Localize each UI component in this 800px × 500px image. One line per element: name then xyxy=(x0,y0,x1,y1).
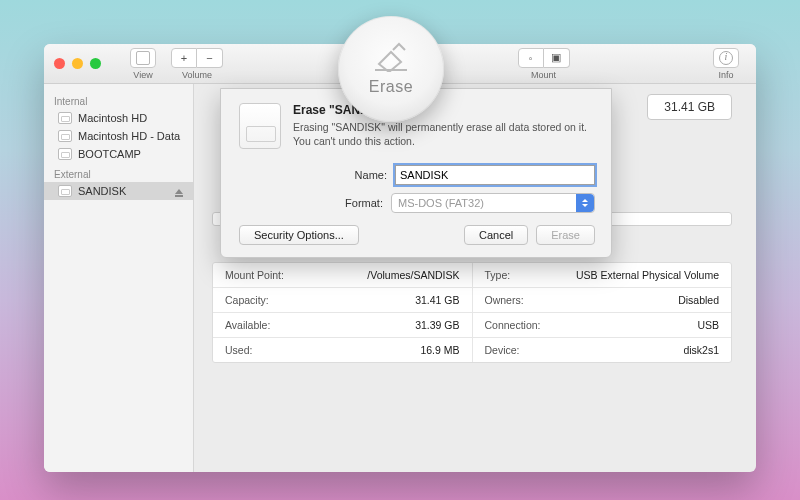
eject-icon[interactable] xyxy=(175,189,183,194)
toolbar-info-label: Info xyxy=(718,70,733,80)
sidebar-item-label: BOOTCAMP xyxy=(78,148,141,160)
info-key: Capacity: xyxy=(225,294,269,306)
table-row: Mount Point:/Volumes/SANDISK Type:USB Ex… xyxy=(213,263,731,288)
format-select-value: MS-DOS (FAT32) xyxy=(398,197,484,209)
table-row: Capacity:31.41 GB Owners:Disabled xyxy=(213,288,731,313)
sheet-description: Erasing "SANDISK" will permanently erase… xyxy=(293,120,595,148)
minimize-window-button[interactable] xyxy=(72,58,83,69)
disk-icon xyxy=(58,130,72,142)
info-table: Mount Point:/Volumes/SANDISK Type:USB Ex… xyxy=(212,262,732,363)
sidebar-item-sandisk[interactable]: SANDISK xyxy=(44,182,193,200)
format-label: Format: xyxy=(327,197,383,209)
cancel-button[interactable]: Cancel xyxy=(464,225,528,245)
sidebar-item-macintosh-hd-data[interactable]: Macintosh HD - Data xyxy=(44,127,193,145)
sidebar-item-label: SANDISK xyxy=(78,185,126,197)
sheet-title: Erase "SANDISK"? xyxy=(293,103,595,117)
volume-remove-button[interactable]: − xyxy=(197,48,223,68)
disk-icon xyxy=(58,112,72,124)
erase-bubble-label: Erase xyxy=(369,78,413,96)
info-value: /Volumes/SANDISK xyxy=(367,269,459,281)
security-options-button[interactable]: Security Options... xyxy=(239,225,359,245)
info-key: Connection: xyxy=(485,319,541,331)
sidebar-icon xyxy=(136,51,150,65)
info-key: Owners: xyxy=(485,294,524,306)
info-value: USB xyxy=(697,319,719,331)
disk-icon xyxy=(58,148,72,160)
capacity-button[interactable]: 31.41 GB xyxy=(647,94,732,120)
sidebar-internal-header: Internal xyxy=(44,90,193,109)
toolbar-volume-label: Volume xyxy=(182,70,212,80)
info-value: 31.41 GB xyxy=(415,294,459,306)
erase-icon xyxy=(373,42,409,72)
sidebar-external-header: External xyxy=(44,163,193,182)
sidebar: Internal Macintosh HD Macintosh HD - Dat… xyxy=(44,84,194,472)
external-disk-icon xyxy=(58,185,72,197)
table-row: Used:16.9 MB Device:disk2s1 xyxy=(213,338,731,362)
erase-highlight-bubble: Erase xyxy=(338,16,444,122)
volume-add-button[interactable]: + xyxy=(171,48,197,68)
sidebar-item-macintosh-hd[interactable]: Macintosh HD xyxy=(44,109,193,127)
info-value: Disabled xyxy=(678,294,719,306)
toolbar-mount-label: Mount xyxy=(531,70,556,80)
sidebar-item-label: Macintosh HD - Data xyxy=(78,130,180,142)
volume-icon xyxy=(239,103,281,149)
format-select[interactable]: MS-DOS (FAT32) xyxy=(391,193,595,213)
info-key: Available: xyxy=(225,319,270,331)
toolbar-view[interactable]: View xyxy=(123,48,163,80)
info-value: 31.39 GB xyxy=(415,319,459,331)
erase-button[interactable]: Erase xyxy=(536,225,595,245)
info-icon xyxy=(719,51,733,65)
toolbar-volume[interactable]: + − Volume xyxy=(171,48,223,80)
info-value: 16.9 MB xyxy=(420,344,459,356)
name-input[interactable] xyxy=(395,165,595,185)
zoom-window-button[interactable] xyxy=(90,58,101,69)
name-label: Name: xyxy=(331,169,387,181)
info-key: Used: xyxy=(225,344,252,356)
toolbar-mount[interactable]: ◦ ▣ Mount xyxy=(518,48,570,80)
close-window-button[interactable] xyxy=(54,58,65,69)
info-value: disk2s1 xyxy=(683,344,719,356)
sidebar-item-bootcamp[interactable]: BOOTCAMP xyxy=(44,145,193,163)
info-value: USB External Physical Volume xyxy=(576,269,719,281)
chevron-updown-icon xyxy=(576,194,594,212)
info-key: Mount Point: xyxy=(225,269,284,281)
sidebar-item-label: Macintosh HD xyxy=(78,112,147,124)
window-controls xyxy=(54,58,101,69)
info-key: Device: xyxy=(485,344,520,356)
toolbar-view-label: View xyxy=(133,70,152,80)
info-key: Type: xyxy=(485,269,511,281)
table-row: Available:31.39 GB Connection:USB xyxy=(213,313,731,338)
toolbar-info[interactable]: Info xyxy=(706,48,746,80)
